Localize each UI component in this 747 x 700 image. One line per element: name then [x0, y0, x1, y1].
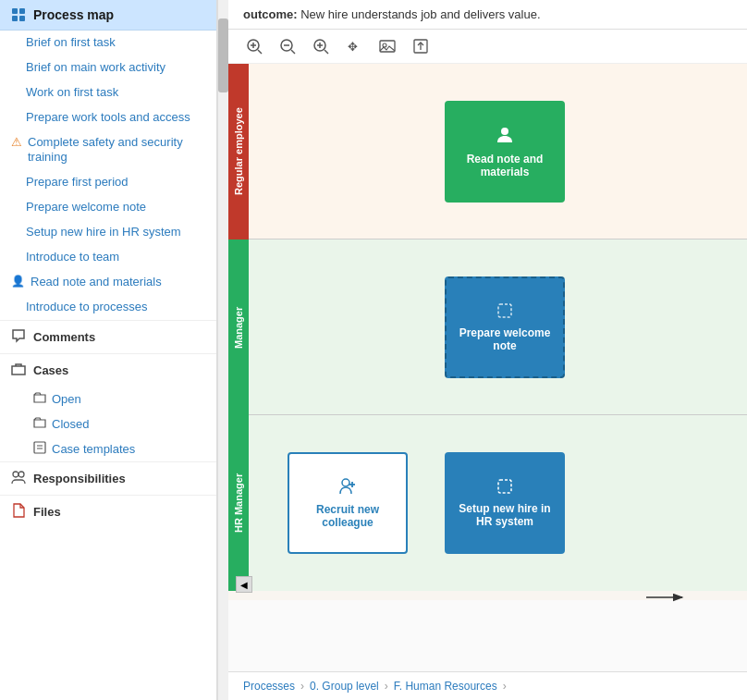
sidebar-item-safety-training[interactable]: ⚠ Complete safety and security training	[0, 130, 216, 171]
sidebar-sub-closed[interactable]: Closed	[0, 411, 216, 436]
process-box-read-note[interactable]: Read note and materials	[445, 101, 565, 203]
scroll-indicator: ◀	[228, 572, 747, 596]
lane-regular-label: Regular employee	[228, 64, 249, 239]
svg-rect-4	[34, 442, 45, 453]
svg-point-30	[501, 128, 508, 135]
process-box-setup-hr[interactable]: Setup new hire in HR system	[445, 452, 565, 554]
sidebar-sub-case-templates[interactable]: Case templates	[0, 436, 216, 461]
svg-rect-31	[498, 304, 511, 317]
svg-point-8	[18, 472, 24, 477]
svg-point-7	[13, 472, 18, 477]
breadcrumb-processes[interactable]: Processes	[243, 680, 295, 693]
sidebar-header[interactable]: Process map	[0, 0, 216, 31]
sidebar-section-responsibilities[interactable]: Responsibilities	[0, 461, 216, 495]
svg-rect-3	[19, 16, 25, 21]
lane-hr-manager: HR Manager Recruit new colleague	[228, 415, 747, 591]
recruit-icon	[338, 477, 357, 499]
svg-rect-1	[19, 8, 25, 14]
folder-closed-icon	[33, 416, 46, 432]
outcome-text: New hire understands job and delivers va…	[300, 7, 540, 21]
image-button[interactable]	[376, 35, 398, 57]
person-icon: 👤	[11, 275, 25, 289]
dashed-icon	[496, 302, 513, 323]
sidebar-section-comments[interactable]: Comments	[0, 320, 216, 353]
zoom-in-button[interactable]	[243, 35, 265, 57]
sidebar-item-brief-main[interactable]: Brief on main work activity	[0, 55, 216, 80]
warning-icon: ⚠	[11, 135, 22, 151]
lane-manager-content: Prepare welcome note	[249, 239, 747, 415]
sidebar-item-work-first-task[interactable]: Work on first task	[0, 80, 216, 105]
sidebar-item-setup-hr[interactable]: Setup new hire in HR system	[0, 220, 216, 245]
sidebar-section-files[interactable]: Files	[0, 495, 216, 528]
svg-rect-2	[12, 16, 18, 21]
lane-regular-content: Read note and materials First da...	[249, 64, 747, 239]
svg-rect-21	[380, 41, 395, 52]
sidebar-item-read-note[interactable]: 👤 Read note and materials	[0, 270, 216, 295]
files-icon	[11, 503, 26, 521]
diagram-toolbar: ✥	[228, 30, 747, 64]
svg-rect-0	[12, 8, 18, 14]
breadcrumb-human-resources[interactable]: F. Human Resources	[394, 680, 497, 693]
sidebar-title: Process map	[33, 7, 114, 22]
template-icon	[33, 441, 46, 457]
svg-point-32	[342, 479, 349, 486]
svg-line-12	[258, 50, 262, 54]
sidebar-item-introduce-team[interactable]: Introduce to team	[0, 245, 216, 270]
breadcrumb-sep-1: ›	[300, 680, 304, 693]
sidebar-item-prepare-welcome[interactable]: Prepare welcome note	[0, 195, 216, 220]
sidebar-item-brief-first-task[interactable]: Brief on first task	[0, 31, 216, 55]
sidebar-item-introduce-processes[interactable]: Introduce to processes	[0, 295, 216, 320]
process-box-prepare-welcome[interactable]: Prepare welcome note	[445, 276, 565, 378]
diagram-canvas: Regular employee Read note and materials…	[228, 64, 747, 600]
svg-point-22	[383, 43, 386, 47]
svg-line-15	[291, 50, 295, 54]
lane-regular-employee: Regular employee Read note and materials…	[228, 64, 747, 239]
process-map-icon	[11, 7, 26, 22]
svg-line-19	[325, 50, 328, 54]
folder-open-icon	[33, 391, 46, 407]
sidebar-item-prepare-first-period[interactable]: Prepare first period	[0, 170, 216, 195]
breadcrumb-group-level[interactable]: 0. Group level	[310, 680, 379, 693]
breadcrumb-sep-2: ›	[385, 680, 388, 693]
zoom-search-button[interactable]	[276, 35, 299, 57]
responsibilities-icon	[11, 470, 26, 487]
setup-icon	[496, 478, 513, 498]
scrollbar-thumb[interactable]	[218, 18, 228, 92]
svg-text:✥: ✥	[348, 40, 358, 54]
export-button[interactable]	[410, 35, 432, 57]
breadcrumb: Processes › 0. Group level › F. Human Re…	[228, 671, 747, 700]
cases-icon	[11, 362, 26, 379]
lane-hr-label: HR Manager	[228, 415, 249, 591]
sidebar-scrollbar[interactable]	[217, 0, 228, 700]
process-box-recruit[interactable]: Recruit new colleague	[288, 452, 408, 554]
diagram-area[interactable]: Regular employee Read note and materials…	[228, 64, 747, 671]
scroll-left-button[interactable]: ◀	[236, 576, 252, 593]
sidebar-section-cases[interactable]: Cases	[0, 353, 216, 387]
main-content: outcome: New hire understands job and de…	[228, 0, 747, 700]
outcome-bar: outcome: New hire understands job and de…	[228, 0, 747, 30]
lane-manager-label: Manager	[228, 239, 249, 415]
lane-manager: Manager Prepare welcome note	[228, 239, 747, 415]
lane-hr-content: Recruit new colleague Setup new hire in …	[249, 415, 747, 591]
sidebar-sub-open[interactable]: Open	[0, 387, 216, 411]
zoom-out-button[interactable]	[310, 35, 332, 57]
outcome-label: outcome:	[243, 7, 298, 21]
svg-rect-35	[498, 480, 511, 493]
sidebar: Process map Brief on first task Brief on…	[0, 0, 217, 700]
comment-icon	[11, 328, 26, 346]
breadcrumb-sep-3: ›	[503, 680, 507, 693]
person-icon-green	[496, 126, 514, 149]
pan-button[interactable]: ✥	[343, 35, 365, 57]
sidebar-item-prepare-tools[interactable]: Prepare work tools and access	[0, 105, 216, 130]
